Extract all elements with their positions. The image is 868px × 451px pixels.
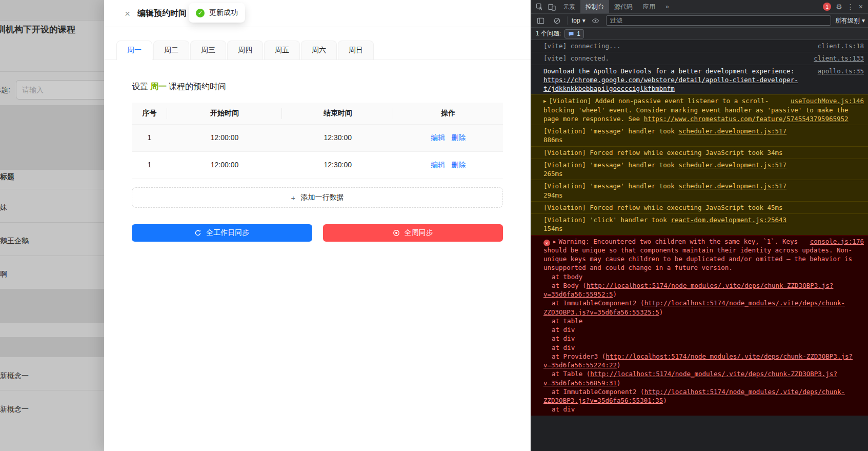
edit-reservation-drawer: × 编辑预约时间 周一 周二 周三 周四 周五 周六 周日 设置周一课程的预约时… <box>104 0 531 451</box>
source-inline-link[interactable]: scheduler.development.js:517 <box>678 161 786 169</box>
issues-counter[interactable]: 1 <box>564 29 584 38</box>
workday-sync-button[interactable]: 全工作日同步 <box>132 224 312 242</box>
source-link[interactable]: useTouchMove.js:146 <box>791 96 864 105</box>
expand-arrow-icon[interactable]: ▶ <box>553 239 556 245</box>
console-message: client.ts:18[vite] connecting... <box>531 40 868 52</box>
stack-link[interactable]: http://localhost:5174/node_modules/.vite… <box>543 282 833 298</box>
issue-bubble-icon <box>568 31 574 37</box>
subtitle-suffix: 课程的预约时间 <box>169 82 226 91</box>
console-warning: [Violation] Forced reflow while executin… <box>531 146 868 159</box>
message-suffix: 154ms <box>543 225 563 232</box>
expand-arrow-icon[interactable]: ▶ <box>543 98 546 104</box>
source-inline-link[interactable]: react-dom.development.js:25643 <box>671 216 786 224</box>
add-row-button[interactable]: + 添加一行数据 <box>132 187 503 208</box>
table-row: 1 12:00:00 12:30:00 编辑删除 <box>132 125 503 152</box>
source-link[interactable]: apollo.ts:35 <box>818 67 864 75</box>
console-sidebar-icon[interactable] <box>534 14 547 27</box>
workday-sync-label: 全工作日同步 <box>206 228 249 238</box>
message-url-link[interactable]: https://www.chromestatus.com/feature/574… <box>644 115 849 123</box>
divider <box>567 16 568 25</box>
tab-monday[interactable]: 周一 <box>116 41 152 60</box>
tab-sunday[interactable]: 周日 <box>338 41 374 60</box>
devtools-tab-application[interactable]: 应用 <box>638 0 660 13</box>
message-url-link[interactable]: https://chrome.google.com/webstore/detai… <box>543 76 798 92</box>
message-text: [Violation] 'message' handler took <box>543 182 678 190</box>
source-inline-link[interactable]: scheduler.development.js:517 <box>678 127 786 135</box>
message-text: Download the Apollo DevTools for a bette… <box>543 67 794 75</box>
delete-link[interactable]: 删除 <box>451 161 466 169</box>
console-message: client.ts:133[vite] connected. <box>531 52 868 64</box>
message-suffix: 886ms <box>543 136 563 144</box>
edit-link[interactable]: 编辑 <box>431 161 445 169</box>
inspect-icon[interactable] <box>533 0 546 13</box>
tab-friday[interactable]: 周五 <box>264 41 300 60</box>
message-text: Warning: Encountered two children with t… <box>543 238 852 272</box>
stack-frame: at Table (http://localhost:5174/node_mod… <box>543 369 864 387</box>
settings-gear-icon[interactable]: ⚙ <box>836 3 842 10</box>
cell-actions: 编辑删除 <box>393 152 503 179</box>
context-selector[interactable]: top▾ <box>572 17 586 24</box>
tab-wednesday[interactable]: 周三 <box>190 41 226 60</box>
reservation-table: 序号 开始时间 结束时间 操作 1 12:00:00 12:30:00 编辑删除… <box>132 103 503 179</box>
error-count-badge[interactable]: 1 <box>823 3 831 11</box>
more-tabs-button[interactable]: » <box>660 0 674 13</box>
message-suffix: 294ms <box>543 191 563 199</box>
edit-link[interactable]: 编辑 <box>431 133 445 142</box>
delete-link[interactable]: 删除 <box>451 133 466 142</box>
subtitle-day-highlight: 周一 <box>150 82 167 91</box>
message-text: [Violation] 'click' handler took <box>543 216 671 224</box>
devtools-tab-console[interactable]: 控制台 <box>580 0 609 13</box>
tab-thursday[interactable]: 周四 <box>227 41 263 60</box>
stack-frame: at div <box>543 334 864 343</box>
drawer-body: 设置周一课程的预约时间 序号 开始时间 结束时间 操作 1 12:00:00 1… <box>104 60 531 242</box>
devtools-tabbar: 元素 控制台 源代码 应用 » 1 ⚙ ⋮ × <box>531 0 868 14</box>
close-devtools-icon[interactable]: × <box>859 3 863 10</box>
more-options-icon[interactable]: ⋮ <box>847 3 854 10</box>
target-icon <box>393 229 400 237</box>
plus-icon: + <box>291 193 296 202</box>
cell-end-time: 12:30:00 <box>282 125 393 151</box>
source-inline-link[interactable]: scheduler.development.js:517 <box>678 182 786 190</box>
issues-count: 1 <box>577 30 580 37</box>
source-link[interactable]: client.ts:18 <box>818 42 864 50</box>
eye-icon[interactable] <box>590 14 602 27</box>
console-log[interactable]: client.ts:18[vite] connecting... client.… <box>531 40 868 451</box>
source-link[interactable]: console.js:176 <box>810 237 864 246</box>
console-warning: [Violation] 'click' handler took react-d… <box>531 213 868 235</box>
console-warning: [Violation] 'message' handler took sched… <box>531 125 868 146</box>
devtools-tab-sources[interactable]: 源代码 <box>609 0 638 13</box>
drawer-header: × 编辑预约时间 <box>104 0 531 27</box>
stack-frame: at ImmutableComponent2 (http://localhost… <box>543 299 864 317</box>
console-warning: [Violation] 'message' handler took sched… <box>531 180 868 201</box>
column-header-end: 结束时间 <box>282 103 393 124</box>
devtools-tab-elements[interactable]: 元素 <box>558 0 580 13</box>
console-filter-input[interactable] <box>606 15 831 26</box>
drawer-title: 编辑预约时间 <box>137 8 187 19</box>
drawer-mask[interactable] <box>0 0 104 451</box>
tab-tuesday[interactable]: 周二 <box>153 41 189 60</box>
success-check-icon: ✓ <box>196 9 205 17</box>
clear-console-icon[interactable] <box>551 14 563 27</box>
console-warning: [Violation] Forced reflow while executin… <box>531 201 868 213</box>
cell-end-time: 12:30:00 <box>282 152 393 179</box>
chevron-down-icon: ▾ <box>582 17 586 24</box>
source-link[interactable]: client.ts:133 <box>814 54 864 63</box>
table-header-row: 序号 开始时间 结束时间 操作 <box>132 103 503 125</box>
close-icon[interactable]: × <box>125 9 130 18</box>
table-row: 1 12:00:00 12:30:00 编辑删除 <box>132 152 503 179</box>
success-toast: ✓ 更新成功 <box>189 3 245 23</box>
stack-frame: at tbody <box>543 272 864 281</box>
tab-saturday[interactable]: 周六 <box>301 41 337 60</box>
subtitle-prefix: 设置 <box>132 82 148 91</box>
add-row-label: 添加一行数据 <box>300 193 344 202</box>
issues-label: 1 个问题: <box>536 29 561 38</box>
device-toolbar-icon[interactable] <box>546 0 558 13</box>
stack-frame: at div <box>543 325 864 334</box>
background-page: 训机构下开设的课程 程标题: 标题 妹 鹅王企鹅 啊 新概念一 新概念一 <box>0 0 104 451</box>
stack-frame: at ImmutableComponent2 (http://localhost… <box>543 387 864 405</box>
stack-frame: at div <box>543 405 864 414</box>
cell-actions: 编辑删除 <box>393 125 503 151</box>
log-levels-selector[interactable]: 所有级别▾ <box>835 16 865 25</box>
week-sync-button[interactable]: 全周同步 <box>323 224 503 242</box>
message-text: [vite] connected. <box>543 54 609 62</box>
